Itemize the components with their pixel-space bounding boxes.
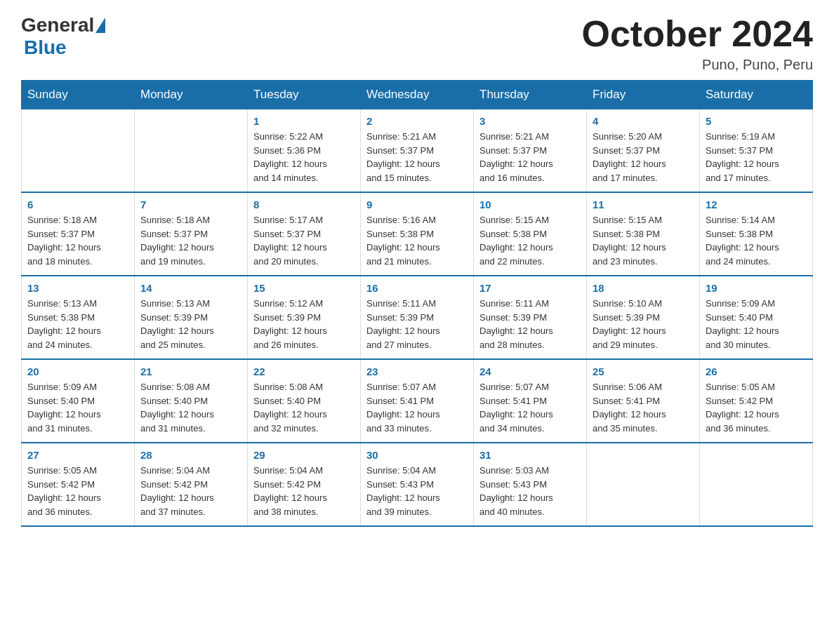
calendar-table: SundayMondayTuesdayWednesdayThursdayFrid… xyxy=(21,80,813,527)
calendar-cell: 7Sunrise: 5:18 AMSunset: 5:37 PMDaylight… xyxy=(135,192,248,276)
weekday-header: Monday xyxy=(135,81,248,109)
calendar-week-row: 1Sunrise: 5:22 AMSunset: 5:36 PMDaylight… xyxy=(22,109,813,193)
logo-general-text: General xyxy=(21,14,94,36)
calendar-cell: 18Sunrise: 5:10 AMSunset: 5:39 PMDayligh… xyxy=(587,276,700,359)
weekday-header: Sunday xyxy=(22,81,135,109)
day-number: 14 xyxy=(140,282,241,294)
day-number: 4 xyxy=(593,115,694,127)
weekday-header: Saturday xyxy=(700,81,813,109)
day-number: 28 xyxy=(140,449,241,461)
day-info: Sunrise: 5:21 AMSunset: 5:37 PMDaylight:… xyxy=(366,130,468,185)
day-info: Sunrise: 5:17 AMSunset: 5:37 PMDaylight:… xyxy=(253,213,355,268)
day-info: Sunrise: 5:08 AMSunset: 5:40 PMDaylight:… xyxy=(140,380,241,435)
day-info: Sunrise: 5:11 AMSunset: 5:39 PMDaylight:… xyxy=(479,297,581,351)
logo-triangle-icon xyxy=(95,18,105,33)
day-info: Sunrise: 5:14 AMSunset: 5:38 PMDaylight:… xyxy=(706,213,807,268)
day-number: 22 xyxy=(253,365,355,377)
calendar-cell: 23Sunrise: 5:07 AMSunset: 5:41 PMDayligh… xyxy=(361,359,474,443)
day-info: Sunrise: 5:04 AMSunset: 5:42 PMDaylight:… xyxy=(140,464,241,518)
day-info: Sunrise: 5:15 AMSunset: 5:38 PMDaylight:… xyxy=(593,213,694,268)
day-number: 30 xyxy=(366,449,468,461)
calendar-cell: 20Sunrise: 5:09 AMSunset: 5:40 PMDayligh… xyxy=(22,359,135,443)
calendar-week-row: 27Sunrise: 5:05 AMSunset: 5:42 PMDayligh… xyxy=(22,443,813,526)
calendar-cell: 25Sunrise: 5:06 AMSunset: 5:41 PMDayligh… xyxy=(587,359,700,443)
day-number: 11 xyxy=(593,199,694,210)
calendar-cell: 26Sunrise: 5:05 AMSunset: 5:42 PMDayligh… xyxy=(700,359,813,443)
logo: General Blue xyxy=(21,14,107,59)
calendar-cell: 24Sunrise: 5:07 AMSunset: 5:41 PMDayligh… xyxy=(474,359,587,443)
calendar-cell: 30Sunrise: 5:04 AMSunset: 5:43 PMDayligh… xyxy=(361,443,474,526)
calendar-cell xyxy=(587,443,700,526)
day-info: Sunrise: 5:09 AMSunset: 5:40 PMDaylight:… xyxy=(706,297,807,351)
calendar-cell: 28Sunrise: 5:04 AMSunset: 5:42 PMDayligh… xyxy=(135,443,248,526)
weekday-header: Thursday xyxy=(474,81,587,109)
calendar-cell: 2Sunrise: 5:21 AMSunset: 5:37 PMDaylight… xyxy=(361,109,474,193)
day-number: 7 xyxy=(140,199,241,210)
calendar-cell: 5Sunrise: 5:19 AMSunset: 5:37 PMDaylight… xyxy=(700,109,813,193)
day-number: 16 xyxy=(366,282,468,294)
day-number: 13 xyxy=(27,282,128,294)
day-info: Sunrise: 5:11 AMSunset: 5:39 PMDaylight:… xyxy=(366,297,468,351)
day-number: 15 xyxy=(253,282,355,294)
day-number: 3 xyxy=(479,115,581,127)
calendar-cell: 22Sunrise: 5:08 AMSunset: 5:40 PMDayligh… xyxy=(248,359,361,443)
day-number: 23 xyxy=(366,365,468,377)
month-title: October 2024 xyxy=(582,14,814,54)
calendar-cell xyxy=(700,443,813,526)
day-info: Sunrise: 5:10 AMSunset: 5:39 PMDaylight:… xyxy=(593,297,694,351)
day-info: Sunrise: 5:12 AMSunset: 5:39 PMDaylight:… xyxy=(253,297,355,351)
day-info: Sunrise: 5:07 AMSunset: 5:41 PMDaylight:… xyxy=(366,380,468,435)
day-number: 27 xyxy=(27,449,128,461)
day-number: 26 xyxy=(706,365,807,377)
day-info: Sunrise: 5:06 AMSunset: 5:41 PMDaylight:… xyxy=(593,380,694,435)
day-info: Sunrise: 5:05 AMSunset: 5:42 PMDaylight:… xyxy=(27,464,128,518)
calendar-cell: 1Sunrise: 5:22 AMSunset: 5:36 PMDaylight… xyxy=(248,109,361,193)
day-number: 1 xyxy=(253,115,355,127)
day-number: 10 xyxy=(479,199,581,210)
day-number: 8 xyxy=(253,199,355,210)
day-number: 12 xyxy=(706,199,807,210)
calendar-cell: 13Sunrise: 5:13 AMSunset: 5:38 PMDayligh… xyxy=(22,276,135,359)
weekday-header: Wednesday xyxy=(361,81,474,109)
weekday-header: Tuesday xyxy=(248,81,361,109)
calendar-week-row: 6Sunrise: 5:18 AMSunset: 5:37 PMDaylight… xyxy=(22,192,813,276)
day-number: 9 xyxy=(366,199,468,210)
calendar-cell: 19Sunrise: 5:09 AMSunset: 5:40 PMDayligh… xyxy=(700,276,813,359)
calendar-cell: 11Sunrise: 5:15 AMSunset: 5:38 PMDayligh… xyxy=(587,192,700,276)
calendar-cell: 15Sunrise: 5:12 AMSunset: 5:39 PMDayligh… xyxy=(248,276,361,359)
day-info: Sunrise: 5:22 AMSunset: 5:36 PMDaylight:… xyxy=(253,130,355,185)
day-number: 5 xyxy=(706,115,807,127)
calendar-cell: 14Sunrise: 5:13 AMSunset: 5:39 PMDayligh… xyxy=(135,276,248,359)
calendar-cell: 6Sunrise: 5:18 AMSunset: 5:37 PMDaylight… xyxy=(22,192,135,276)
day-info: Sunrise: 5:09 AMSunset: 5:40 PMDaylight:… xyxy=(27,380,128,435)
title-block: October 2024 Puno, Puno, Peru xyxy=(582,14,814,73)
calendar-header: SundayMondayTuesdayWednesdayThursdayFrid… xyxy=(22,81,813,109)
calendar-body: 1Sunrise: 5:22 AMSunset: 5:36 PMDaylight… xyxy=(22,109,813,527)
day-number: 24 xyxy=(479,365,581,377)
calendar-cell: 17Sunrise: 5:11 AMSunset: 5:39 PMDayligh… xyxy=(474,276,587,359)
day-info: Sunrise: 5:05 AMSunset: 5:42 PMDaylight:… xyxy=(706,380,807,435)
calendar-week-row: 20Sunrise: 5:09 AMSunset: 5:40 PMDayligh… xyxy=(22,359,813,443)
calendar-cell: 27Sunrise: 5:05 AMSunset: 5:42 PMDayligh… xyxy=(22,443,135,526)
day-info: Sunrise: 5:18 AMSunset: 5:37 PMDaylight:… xyxy=(27,213,128,268)
day-number: 17 xyxy=(479,282,581,294)
day-number: 19 xyxy=(706,282,807,294)
page-header: General Blue October 2024 Puno, Puno, Pe… xyxy=(21,14,813,73)
day-number: 25 xyxy=(593,365,694,377)
calendar-cell: 31Sunrise: 5:03 AMSunset: 5:43 PMDayligh… xyxy=(474,443,587,526)
calendar-cell: 12Sunrise: 5:14 AMSunset: 5:38 PMDayligh… xyxy=(700,192,813,276)
day-number: 18 xyxy=(593,282,694,294)
day-info: Sunrise: 5:04 AMSunset: 5:43 PMDaylight:… xyxy=(366,464,468,518)
day-info: Sunrise: 5:08 AMSunset: 5:40 PMDaylight:… xyxy=(253,380,355,435)
day-info: Sunrise: 5:13 AMSunset: 5:39 PMDaylight:… xyxy=(140,297,241,351)
day-number: 2 xyxy=(366,115,468,127)
calendar-cell: 4Sunrise: 5:20 AMSunset: 5:37 PMDaylight… xyxy=(587,109,700,193)
day-number: 29 xyxy=(253,449,355,461)
calendar-cell: 3Sunrise: 5:21 AMSunset: 5:37 PMDaylight… xyxy=(474,109,587,193)
day-info: Sunrise: 5:18 AMSunset: 5:37 PMDaylight:… xyxy=(140,213,241,268)
calendar-week-row: 13Sunrise: 5:13 AMSunset: 5:38 PMDayligh… xyxy=(22,276,813,359)
day-info: Sunrise: 5:13 AMSunset: 5:38 PMDaylight:… xyxy=(27,297,128,351)
calendar-cell: 9Sunrise: 5:16 AMSunset: 5:38 PMDaylight… xyxy=(361,192,474,276)
day-number: 21 xyxy=(140,365,241,377)
day-info: Sunrise: 5:03 AMSunset: 5:43 PMDaylight:… xyxy=(479,464,581,518)
